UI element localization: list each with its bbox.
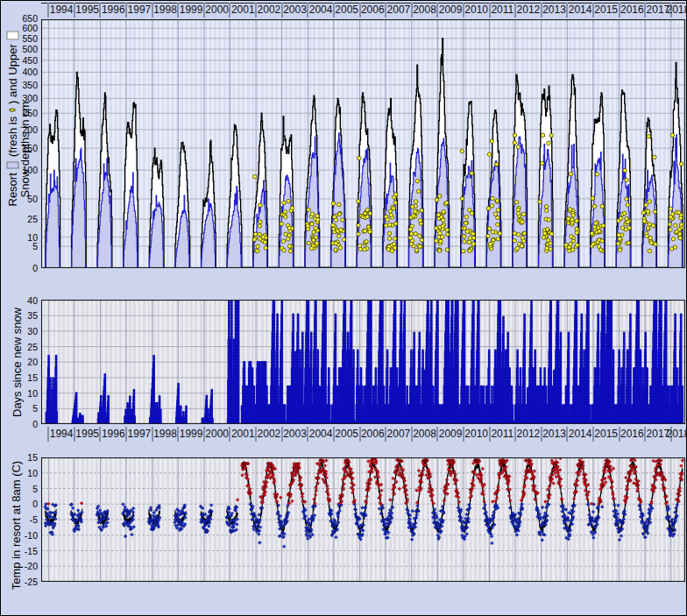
fresh-snow-dot-icon <box>10 109 16 112</box>
top-year-axis: 1994199519961997199819992000200120022003… <box>41 3 687 19</box>
days-since-snow-canvas <box>41 300 685 424</box>
mid-year-axis: 1994199519961997199819992000200120022003… <box>41 427 687 443</box>
snow-depth-axis-title: Snow depths in cm <box>18 75 32 224</box>
snow-depth-axis-legend: Resort(fresh is) and Upper <box>6 32 19 207</box>
snow-depth-canvas <box>41 19 685 268</box>
tick-label: 650 <box>1 13 38 24</box>
tick-label: 5 <box>1 241 38 251</box>
upper-label: ) and Upper <box>6 44 19 104</box>
tick-label: 0 <box>1 263 38 273</box>
snow-depth-plot <box>41 19 685 268</box>
fresh-label: (fresh is <box>6 117 19 157</box>
snow-history-chart: 1994199519961997199819992000200120022003… <box>0 0 687 616</box>
year-label-top: 2018 <box>662 4 687 16</box>
temperature-canvas <box>41 457 685 582</box>
days-since-snow-axis-title: Days since new snow <box>11 297 24 428</box>
temperature-plot <box>41 457 685 582</box>
days-since-snow-plot <box>41 300 685 424</box>
year-label-mid: 2018 <box>662 428 687 440</box>
resort-swatch <box>6 161 18 168</box>
upper-swatch <box>6 32 18 40</box>
resort-label: Resort <box>6 173 19 206</box>
temperature-axis-title: Temp in resort at 8am (C) <box>10 447 23 605</box>
